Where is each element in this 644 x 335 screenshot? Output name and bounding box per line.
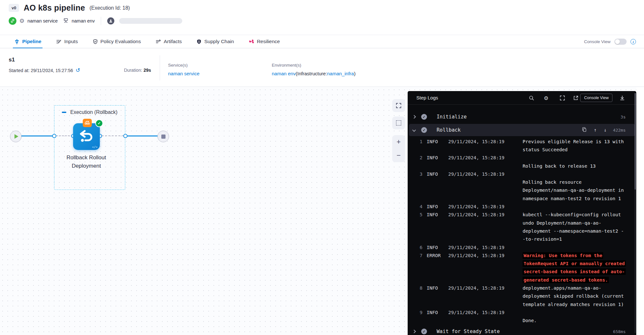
console-view-button[interactable]: Console View xyxy=(580,94,612,102)
collapse-group-icon[interactable] xyxy=(62,112,66,113)
duration: Duration: 29s xyxy=(124,68,151,73)
section-name: Rollback xyxy=(437,127,461,133)
step-success-icon: ✓ xyxy=(95,119,103,127)
environments-label: Environment(s) xyxy=(272,63,301,68)
supply-chain-shield-icon xyxy=(196,39,202,44)
edge-start-to-stage xyxy=(21,135,54,136)
section-duration: 3s xyxy=(620,115,626,119)
rollback-step-node[interactable]: ✓ </> xyxy=(73,123,100,150)
stage-summary-bar: s1 Started at: 29/11/2024, 15:27:56 ↺ Du… xyxy=(0,48,644,87)
page-title: AO k8s pipeline xyxy=(24,3,85,13)
log-line: -to-revision=1 xyxy=(408,235,634,243)
log-line: undo Deployment/naman-qa-ao- xyxy=(408,219,634,227)
log-line: deployment skipped rollback (current xyxy=(408,292,634,300)
environment-link[interactable]: naman env xyxy=(272,71,296,76)
tab-pipeline[interactable]: Pipeline xyxy=(13,35,43,48)
chevron-right-icon[interactable] xyxy=(412,115,416,118)
tab-label: Supply Chain xyxy=(204,39,234,44)
log-lines[interactable]: 1INFO29/11/2024, 15:28:19Previous eligib… xyxy=(408,137,634,325)
chevron-down-icon[interactable] xyxy=(412,128,416,132)
log-line: 8INFO29/11/2024, 15:28:19deployment.apps… xyxy=(408,284,634,292)
search-icon[interactable] xyxy=(528,95,535,101)
log-line: 4INFO29/11/2024, 15:28:19 xyxy=(408,202,634,210)
console-view-label: Console View xyxy=(584,39,611,44)
inputs-icon xyxy=(56,39,62,44)
environment-name[interactable]: naman env xyxy=(71,18,95,23)
environment-line: naman env(Infrastructure:naman_infra) xyxy=(272,71,355,76)
log-line: template already matches revision 1) xyxy=(408,300,634,308)
section-duration: 658ms xyxy=(613,329,626,334)
fit-to-screen-button[interactable] xyxy=(392,99,405,112)
log-settings-gear-icon[interactable]: ⚙ xyxy=(543,95,549,101)
step-label-line1: Rollback Rollout xyxy=(51,154,122,162)
infrastructure-link[interactable]: naman_infra xyxy=(327,71,354,76)
console-view-toggle[interactable] xyxy=(614,39,627,45)
edge-stage-to-end xyxy=(127,135,158,136)
tab-label: Artifacts xyxy=(164,39,182,44)
log-line: Rolling back resource xyxy=(408,178,634,186)
log-line: Done. xyxy=(408,317,634,325)
started-at-text: Started at: 29/11/2024, 15:27:56 xyxy=(9,68,73,73)
log-line: 3INFO29/11/2024, 15:28:19 xyxy=(408,170,634,178)
expand-logs-icon[interactable] xyxy=(559,95,565,101)
rollback-rollout-badge-icon xyxy=(83,119,92,127)
service-link[interactable]: naman service xyxy=(168,71,200,76)
marquee-select-button[interactable] xyxy=(392,116,405,129)
stage-divider xyxy=(160,55,160,80)
scroll-up-icon[interactable]: ↑ xyxy=(594,127,597,133)
copy-logs-icon[interactable] xyxy=(582,127,587,133)
marquee-icon xyxy=(396,120,401,126)
port-right-outer xyxy=(123,134,128,138)
redacted-user-email xyxy=(119,18,182,24)
header-divider xyxy=(101,17,101,25)
chevron-right-icon[interactable] xyxy=(412,330,416,333)
version-badge[interactable]: v0 xyxy=(9,4,19,12)
info-icon[interactable]: i xyxy=(630,39,636,44)
log-scrollbar[interactable] xyxy=(635,93,636,333)
log-line: status Succeeded xyxy=(408,145,634,154)
tab-artifacts[interactable]: Artifacts xyxy=(154,35,183,48)
step-logs-header: Step Logs ⚙ Console View xyxy=(408,91,636,105)
log-line: secret-based tokens instead of auto- xyxy=(408,268,634,276)
section-duration: 422ms xyxy=(613,128,626,133)
log-section-initialize[interactable]: ✓ Initialize 3s xyxy=(409,111,635,123)
log-scrollbar-thumb[interactable] xyxy=(635,93,636,190)
tab-inputs[interactable]: Inputs xyxy=(55,35,79,48)
cd-module-icon xyxy=(9,17,16,25)
started-at: Started at: 29/11/2024, 15:27:56 ↺ xyxy=(9,68,80,73)
step-node-label[interactable]: Rollback Rollout Deployment xyxy=(51,154,122,170)
download-logs-icon[interactable] xyxy=(619,95,625,101)
user-avatar-icon xyxy=(107,17,114,24)
end-node xyxy=(157,131,169,142)
page-header: v0 AO k8s pipeline (Execution Id: 18) ⚙ … xyxy=(0,0,644,35)
section-success-icon: ✓ xyxy=(421,114,427,120)
start-node xyxy=(10,131,22,142)
history-icon[interactable]: ↺ xyxy=(76,68,80,73)
log-line: 5INFO29/11/2024, 15:28:19kubectl --kubec… xyxy=(408,211,634,219)
zoom-out-button[interactable]: − xyxy=(392,149,405,162)
tab-resilience[interactable]: Resilience xyxy=(248,35,281,48)
log-line: 2INFO29/11/2024, 15:28:19 xyxy=(408,154,634,162)
play-icon xyxy=(14,134,18,139)
service-name[interactable]: naman service xyxy=(27,18,58,23)
zoom-in-button[interactable]: + xyxy=(392,135,405,149)
tab-label: Pipeline xyxy=(22,39,41,44)
tab-policy-evaluations[interactable]: Policy Evaluations xyxy=(91,35,142,48)
log-section-rollback[interactable]: ✓ Rollback ↑ ↓ 422ms xyxy=(409,124,635,136)
toggle-knob xyxy=(615,39,620,44)
section-name: Initialize xyxy=(437,114,467,120)
log-section-wait-steady-state[interactable]: ✓ Wait for Steady State 658ms xyxy=(409,326,635,335)
open-in-new-icon[interactable] xyxy=(573,95,579,101)
infrastructure-suffix: ) xyxy=(354,71,355,76)
service-gear-icon: ⚙ xyxy=(19,18,24,24)
stage-name[interactable]: s1 xyxy=(9,57,15,63)
log-line: 9INFO29/11/2024, 15:28:19 xyxy=(408,308,634,316)
log-line: Rolling back to release 13 xyxy=(408,162,634,170)
scroll-down-icon[interactable]: ↓ xyxy=(604,127,607,133)
section-name: Wait for Steady State xyxy=(437,329,500,334)
tab-supply-chain[interactable]: Supply Chain xyxy=(195,35,235,48)
log-line: 6INFO29/11/2024, 15:28:19 xyxy=(408,243,634,251)
duration-value: 29s xyxy=(144,68,151,73)
log-line: Deployment/naman-qa-ao-deployment in xyxy=(408,186,634,194)
step-label-line2: Deployment xyxy=(51,162,122,170)
